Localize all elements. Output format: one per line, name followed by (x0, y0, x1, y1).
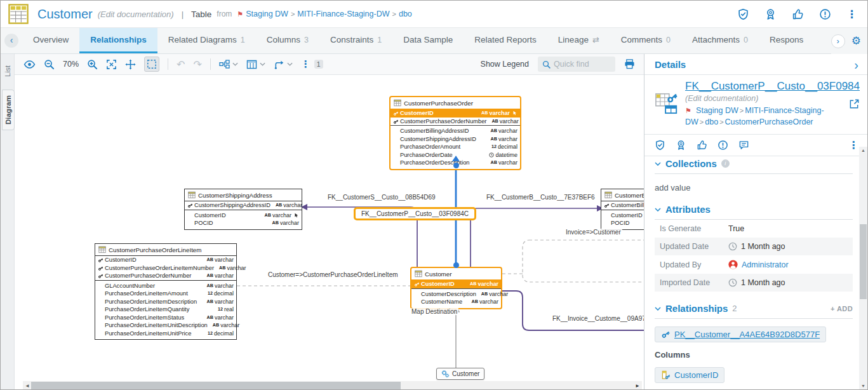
column-row[interactable]: CustomerShippingAddressID ABvarchar (185, 201, 302, 210)
relationship-endpoint-dot[interactable] (453, 262, 459, 268)
rail-tab-list[interactable]: List (2, 60, 13, 82)
process-node-customer[interactable]: Customer (436, 368, 484, 380)
column-row[interactable]: PurchaseOrderLineItemStatusABvarchar (95, 314, 236, 322)
column-row[interactable]: CustomerPurchaseOrderNumberABvarchar (95, 272, 236, 280)
relationship-style-dropdown[interactable] (274, 60, 293, 69)
breadcrumb-table[interactable]: CustomerPurchaseOrder (725, 118, 813, 126)
column-row[interactable]: PurchaseOrderAmount12decimal (391, 143, 520, 151)
open-external-icon[interactable] (849, 98, 860, 128)
column-row[interactable]: CustomerID (601, 212, 644, 220)
breadcrumb-database[interactable]: MITI-Finance-Staging-DW (297, 10, 389, 18)
diagram-table-customer-billing-clipped[interactable]: CustomerBill CustomerBilli CustomerID PO… (601, 189, 644, 230)
scroll-down-arrow[interactable]: ▼ (859, 384, 867, 388)
table-display-dropdown[interactable] (246, 60, 265, 69)
tab-responsibilities[interactable]: Respons (759, 28, 814, 53)
section-title[interactable]: Collections (665, 158, 717, 169)
details-vertical-scrollbar[interactable]: ▲ ▼ (859, 147, 867, 389)
collapse-panel-icon[interactable]: › (854, 60, 858, 69)
tab-overview[interactable]: Overview (22, 28, 79, 53)
column-row[interactable]: PurchaseOrderLineItemAmount12decimal (95, 290, 236, 298)
tab-data-sample[interactable]: Data Sample (392, 28, 464, 53)
map-label-customer-lineitem[interactable]: Customer=>CustomerPurchaseOrderLineItem (267, 271, 399, 278)
tab-comments[interactable]: Comments0 (610, 28, 681, 53)
scrollbar-thumb[interactable] (860, 224, 867, 299)
diagram-canvas[interactable]: FK__CustomerS__Custo__08B54D69 FK__Custo… (15, 75, 644, 390)
tabs-scroll-left-button[interactable]: ‹ (4, 34, 18, 48)
alert-circle-icon[interactable] (819, 8, 831, 20)
section-title[interactable]: Relationships (665, 303, 728, 314)
scroll-up-arrow[interactable]: ▲ (859, 148, 867, 152)
zoom-level[interactable]: 70% (63, 60, 79, 69)
shield-check-icon[interactable] (737, 8, 749, 20)
column-row[interactable]: CustomerNameABvarchar (411, 298, 501, 306)
redo-button[interactable]: ↷ (193, 58, 201, 71)
column-row[interactable]: CustomerID ABvarchar (411, 280, 501, 288)
auto-layout-dropdown[interactable] (219, 60, 238, 69)
edit-documentation-link[interactable]: (Edit documentation) (685, 94, 843, 103)
column-row[interactable]: CustomerID ABvarchar (391, 109, 520, 118)
tabs-scroll-right-button[interactable]: › (831, 34, 845, 48)
column-row[interactable]: POCID (601, 219, 644, 227)
fk-label-selected[interactable]: FK__CustomerP__Custo__03F0984C (354, 207, 476, 220)
zoom-in-button[interactable] (87, 59, 98, 70)
more-options-button[interactable]: ⋮ 1 (301, 58, 323, 70)
print-icon[interactable] (624, 59, 635, 69)
section-title[interactable]: Attributes (665, 204, 711, 215)
rail-tab-diagram[interactable]: Diagram (2, 90, 15, 130)
breadcrumb-root[interactable]: Staging DW (246, 10, 288, 18)
column-row[interactable]: POCIDABvarchar (185, 219, 302, 227)
diagram-table-customer-shipping-address[interactable]: CustomerShippingAddress CustomerShipping… (184, 189, 302, 230)
breadcrumb-schema[interactable]: dbo (705, 118, 718, 126)
selection-mode-button[interactable] (144, 57, 159, 72)
column-row[interactable]: PurchaseOrderLineItemQuantity12real (95, 306, 236, 314)
fit-to-screen-button[interactable] (106, 59, 117, 70)
tab-related-diagrams[interactable]: Related Diagrams1 (157, 28, 256, 53)
user-link[interactable]: Administrator (742, 260, 789, 269)
column-row[interactable]: CustomerIDABvarchar (95, 256, 236, 264)
visibility-eye-icon[interactable] (23, 60, 36, 69)
scroll-left-arrow[interactable]: ◄ (23, 381, 32, 390)
map-label-invoice-customer[interactable]: Invoice=>Customer (564, 229, 622, 236)
breadcrumb-schema[interactable]: dbo (399, 10, 412, 18)
pan-move-button[interactable] (125, 59, 136, 70)
diagram-table-customer[interactable]: Customer CustomerID ABvarchar CustomerDe… (410, 267, 502, 309)
column-row[interactable]: CustomerBilli (601, 201, 644, 210)
column-row[interactable]: PurchaseOrderLineItemDescriptionABvarcha… (95, 298, 236, 306)
diagram-horizontal-scrollbar[interactable]: ◄ ► (23, 381, 642, 390)
tab-columns[interactable]: Columns3 (256, 28, 319, 53)
edit-documentation-link[interactable]: (Edit documentation) (98, 10, 174, 19)
column-row[interactable]: CustomerIDABvarchar (185, 212, 302, 220)
column-row[interactable]: CustomerPurchaseOrderLineItemNumberABvar… (95, 264, 236, 272)
relationship-endpoint-dot[interactable] (453, 163, 459, 168)
fk-label-billing[interactable]: FK__CustomerB__Custo__7E37BEF6 (485, 194, 596, 201)
tab-constraints[interactable]: Constraints1 (319, 28, 392, 53)
more-menu-icon[interactable]: ⋮ (846, 8, 857, 21)
column-chip[interactable]: CustomerID (655, 367, 724, 383)
tab-relationships[interactable]: Relationships (79, 28, 157, 53)
column-row[interactable]: CustomerPurchaseOrderNumber ABvarchar (391, 118, 520, 126)
fk-label-shipping[interactable]: FK__CustomerS__Custo__08B54D69 (326, 194, 437, 201)
column-row[interactable]: CustomerShippingAddressIDABvarchar (391, 135, 520, 144)
undo-button[interactable]: ↶ (177, 58, 185, 71)
column-row[interactable]: PurchaseOrderLineItemUnitPrice12decimal (95, 330, 236, 338)
gear-icon[interactable]: ⚙ (851, 34, 861, 48)
scroll-right-arrow[interactable]: ► (633, 381, 642, 390)
tab-attachments[interactable]: Attachments0 (681, 28, 759, 53)
column-row[interactable]: GLAccountNumberABvarchar (95, 282, 236, 290)
scrollbar-thumb[interactable] (31, 382, 401, 390)
zoom-out-button[interactable] (44, 59, 55, 70)
quick-find-input[interactable] (554, 60, 608, 69)
award-ribbon-icon[interactable] (765, 8, 777, 20)
tab-related-reports[interactable]: Related Reports (464, 28, 547, 53)
add-value-button[interactable]: add value (655, 183, 853, 192)
fk-label-invoice[interactable]: FK__Invoice__Custome__09A971A2 (551, 315, 644, 322)
column-row[interactable]: PurchaseOrderLineItemUnitDescriptionABva… (95, 321, 236, 330)
entity-title-link[interactable]: FK__CustomerP__Custo__03F0984 (685, 80, 860, 93)
show-legend-toggle[interactable]: Show Legend (481, 60, 529, 69)
column-row[interactable]: CustomerBillingAddressIDABvarchar (391, 127, 520, 135)
breadcrumb-root[interactable]: Staging DW (696, 106, 738, 115)
add-relationship-button[interactable]: + ADD (831, 305, 853, 313)
thumbs-up-icon[interactable] (792, 8, 804, 20)
pk-relationship-chip[interactable]: PK__Customer__A4AE64B92D8D577F (655, 326, 826, 342)
diagram-table-customer-purchase-order-line-item[interactable]: CustomerPurchaseOrderLineItem CustomerID… (95, 243, 237, 340)
